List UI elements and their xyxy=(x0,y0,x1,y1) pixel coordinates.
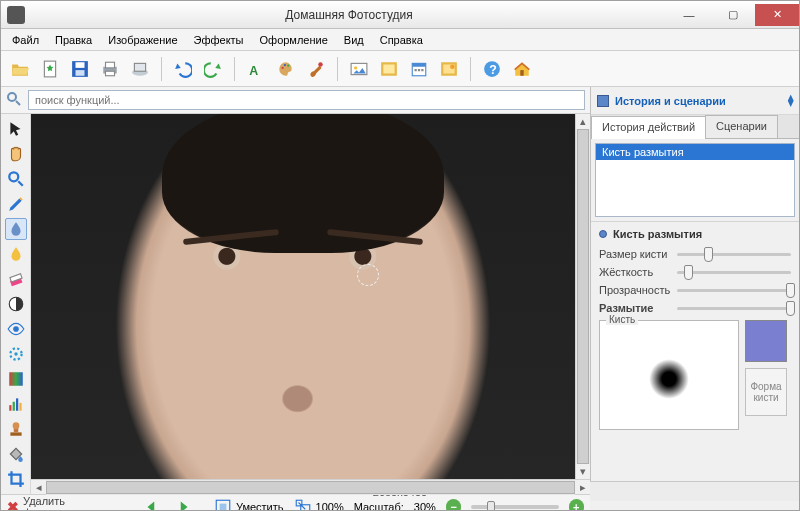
menu-вид[interactable]: Вид xyxy=(337,32,371,48)
fit-label: Уместить xyxy=(236,501,284,511)
toolbar-text-icon[interactable]: A xyxy=(243,56,269,82)
toolbar-undo-icon[interactable] xyxy=(170,56,196,82)
svg-rect-20 xyxy=(415,69,417,71)
scale-icon xyxy=(294,498,312,511)
main-toolbar: A? xyxy=(1,51,799,87)
toolbar-save-icon[interactable] xyxy=(67,56,93,82)
svg-rect-8 xyxy=(134,63,145,71)
scroll-down-icon[interactable]: ▾ xyxy=(576,464,590,479)
toolbar-frame-icon[interactable] xyxy=(376,56,402,82)
tool-blur-brush-icon[interactable] xyxy=(5,218,27,240)
history-tabs: История действий Сценарии xyxy=(591,115,799,139)
color-swatch[interactable] xyxy=(745,320,787,362)
tool-levels-icon[interactable] xyxy=(5,393,27,415)
scroll-up-icon[interactable]: ▴ xyxy=(576,114,590,129)
toolbar-open-icon[interactable] xyxy=(7,56,33,82)
param-slider[interactable] xyxy=(677,253,791,256)
menu-справка[interactable]: Справка xyxy=(373,32,430,48)
vertical-scrollbar[interactable]: ▴ ▾ xyxy=(575,114,590,479)
svg-point-12 xyxy=(287,64,289,66)
tool-contrast-icon[interactable] xyxy=(5,293,27,315)
svg-text:?: ? xyxy=(489,62,497,76)
delete-photo-button[interactable]: ✖ Удалить фото xyxy=(7,495,91,511)
minimize-button[interactable]: — xyxy=(667,4,711,26)
tool-gradient-icon[interactable] xyxy=(5,368,27,390)
param-slider[interactable] xyxy=(677,307,791,310)
menu-оформление[interactable]: Оформление xyxy=(253,32,335,48)
zoom-in-button[interactable]: + xyxy=(569,499,585,511)
brush-params: Размер кистиЖёсткостьПрозрачностьРазмыти… xyxy=(591,246,799,320)
menu-эффекты[interactable]: Эффекты xyxy=(187,32,251,48)
zoom-100-button[interactable]: 100% xyxy=(294,498,344,511)
brush-preview-blob xyxy=(649,359,689,399)
svg-rect-39 xyxy=(12,402,14,411)
scroll-left-icon[interactable]: ◂ xyxy=(31,480,46,495)
param-slider[interactable] xyxy=(677,289,791,292)
param-row: Прозрачность xyxy=(599,284,791,296)
close-button[interactable]: ✕ xyxy=(755,4,799,26)
svg-rect-17 xyxy=(383,64,394,73)
tool-eraser-icon[interactable] xyxy=(5,268,27,290)
zoom-slider[interactable] xyxy=(471,505,558,509)
prev-photo-button[interactable] xyxy=(141,497,162,511)
tool-marker-icon[interactable] xyxy=(5,243,27,265)
tool-fill-icon[interactable] xyxy=(5,443,27,465)
toolbar-palette-icon[interactable] xyxy=(273,56,299,82)
print-icon xyxy=(101,60,119,78)
scroll-right-icon[interactable]: ▸ xyxy=(575,480,590,495)
toolbar-home-icon[interactable] xyxy=(509,56,535,82)
toolbar-print-icon[interactable] xyxy=(97,56,123,82)
eye-icon xyxy=(7,320,25,338)
toolbar-new-icon[interactable] xyxy=(37,56,63,82)
scale-value: 30% xyxy=(414,501,436,511)
menu-правка[interactable]: Правка xyxy=(48,32,99,48)
levels-icon xyxy=(7,395,25,413)
param-slider[interactable] xyxy=(677,271,791,274)
calendar-icon xyxy=(410,60,428,78)
blur-brush-icon xyxy=(7,220,25,238)
tab-history[interactable]: История действий xyxy=(591,116,706,139)
home-icon xyxy=(513,60,531,78)
tool-pencil-icon[interactable] xyxy=(5,193,27,215)
tool-zoom-icon[interactable] xyxy=(5,168,27,190)
tool-pointer-icon[interactable] xyxy=(5,118,27,140)
tool-spot-heal-icon[interactable] xyxy=(5,343,27,365)
history-item[interactable]: Кисть размытия xyxy=(596,144,794,160)
maximize-button[interactable]: ▢ xyxy=(711,4,755,26)
toolbar-scanner-icon[interactable] xyxy=(127,56,153,82)
horizontal-scrollbar[interactable]: ◂ ▸ xyxy=(31,479,590,494)
next-photo-button[interactable] xyxy=(173,497,194,511)
zoom-out-button[interactable]: − xyxy=(446,499,462,511)
tool-eye-icon[interactable] xyxy=(5,318,27,340)
param-row: Жёсткость xyxy=(599,266,791,278)
function-search-input[interactable] xyxy=(28,90,585,110)
toolbar-calendar-icon[interactable] xyxy=(406,56,432,82)
undo-icon xyxy=(174,60,192,78)
canvas[interactable] xyxy=(31,114,575,479)
toolbar-overlay-icon[interactable] xyxy=(436,56,462,82)
tool-stamp-icon[interactable] xyxy=(5,418,27,440)
delete-icon: ✖ xyxy=(7,499,19,511)
svg-rect-21 xyxy=(418,69,420,71)
toolbar-help-icon[interactable]: ? xyxy=(479,56,505,82)
redo-icon xyxy=(204,60,222,78)
tool-hand-icon[interactable] xyxy=(5,143,27,165)
toolbar-redo-icon[interactable] xyxy=(200,56,226,82)
brush-shape-button[interactable]: Форма кисти xyxy=(745,368,787,416)
menu-изображение[interactable]: Изображение xyxy=(101,32,184,48)
svg-text:A: A xyxy=(249,63,258,77)
brush-cursor xyxy=(357,264,379,286)
svg-point-15 xyxy=(354,66,357,69)
tool-crop-icon[interactable] xyxy=(5,468,27,490)
hand-icon xyxy=(7,145,25,163)
menu-файл[interactable]: Файл xyxy=(5,32,46,48)
toolbar-brush-tool-icon[interactable] xyxy=(303,56,329,82)
help-icon: ? xyxy=(483,60,501,78)
spot-heal-icon xyxy=(7,345,25,363)
contrast-icon xyxy=(7,295,25,313)
toolbar-insert-image-icon[interactable] xyxy=(346,56,372,82)
tab-scenarios[interactable]: Сценарии xyxy=(705,115,778,138)
panel-collapse-icon[interactable]: ⧫ xyxy=(788,94,793,107)
history-list[interactable]: Кисть размытия xyxy=(595,143,795,217)
fit-button[interactable]: Уместить xyxy=(214,498,284,511)
